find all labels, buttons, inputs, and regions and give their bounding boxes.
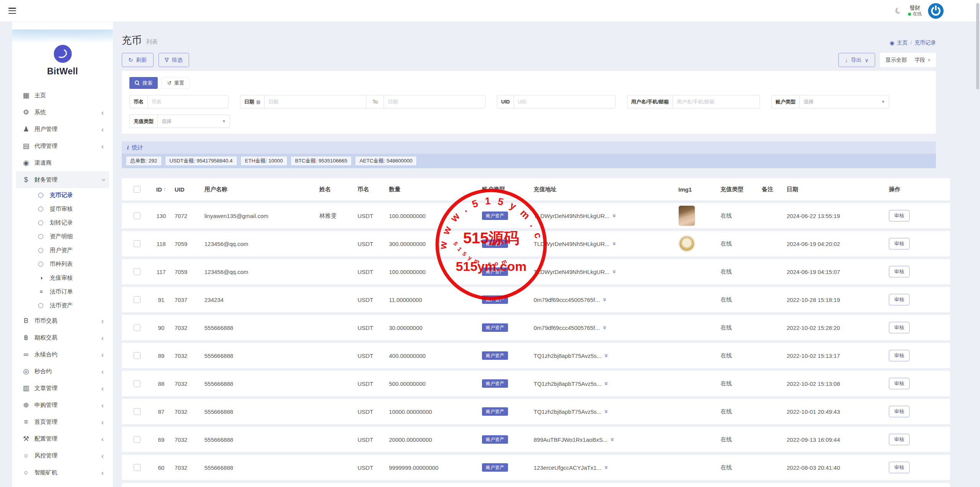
date-to-input[interactable] (384, 95, 485, 108)
sidebar-item-1[interactable]: ⚙系统‹ (12, 104, 113, 121)
address-expand-icon[interactable]: » (601, 326, 608, 329)
sidebar-item-label: 文章管理 (34, 385, 57, 392)
review-button[interactable]: 审核 (889, 294, 910, 305)
sidebar-subitem-10[interactable]: 用户资产 (12, 243, 113, 257)
address-expand-icon[interactable]: » (611, 214, 618, 217)
review-button[interactable]: 审核 (889, 210, 910, 221)
sidebar-item-15[interactable]: B币币交易‹ (12, 312, 113, 329)
dark-mode-icon[interactable]: ☾ (893, 5, 903, 16)
sidebar-item-24[interactable]: ○智能矿机‹ (12, 464, 113, 481)
row-checkbox[interactable] (134, 324, 140, 331)
account-type-badge: 账户资产 (482, 435, 508, 444)
account-type-select[interactable]: 选择 ▼ (799, 95, 889, 108)
address-expand-icon[interactable]: » (603, 354, 610, 357)
refresh-button[interactable]: ↻ 刷新 (122, 53, 154, 67)
receipt-photo-thumbnail[interactable] (678, 205, 695, 226)
avatar[interactable] (928, 3, 944, 19)
page-scrollbar[interactable] (976, 3, 979, 89)
sidebar-subitem-14[interactable]: 法币资产 (12, 298, 113, 312)
recharge-type-filter-group: 充值类型 选择 ▼ (129, 115, 230, 128)
user-input[interactable] (673, 95, 760, 108)
row-checkbox[interactable] (134, 464, 140, 471)
cell-value-coin: USDT (358, 269, 373, 275)
cell-action: 审核 (889, 322, 937, 333)
date-from-input[interactable] (264, 95, 366, 108)
row-checkbox[interactable] (134, 380, 140, 387)
sidebar-subitem-11[interactable]: 币种列表 (12, 257, 113, 271)
breadcrumb-home[interactable]: 主页 (897, 39, 908, 46)
table-row: 877032555666888USDT10000.00000000账户资产TQ1… (122, 399, 950, 424)
address-expand-icon[interactable]: » (603, 410, 610, 413)
circle-icon (38, 303, 43, 308)
user-circle-icon: ◉ (21, 159, 31, 167)
sidebar-item-16[interactable]: ฿期权交易‹ (12, 329, 113, 346)
reset-button[interactable]: ↺ 重置 (162, 77, 190, 89)
select-all-checkbox[interactable] (134, 186, 140, 193)
sidebar-item-22[interactable]: ⚒配置管理‹ (12, 430, 113, 447)
cell-value-coin: USDT (358, 325, 373, 331)
row-checkbox[interactable] (134, 268, 140, 275)
header-cell-id[interactable]: ID↑ (148, 186, 175, 193)
header-cell-remark: 备注 (762, 186, 787, 193)
receipt-coin-thumbnail[interactable] (678, 235, 695, 252)
sidebar-item-18[interactable]: ◎秒合约‹ (12, 363, 113, 380)
sidebar-subitem-6[interactable]: 充币记录 (12, 188, 113, 202)
address-expand-icon[interactable]: » (611, 270, 618, 273)
uid-input[interactable] (514, 95, 616, 108)
row-checkbox[interactable] (134, 296, 140, 303)
review-button[interactable]: 审核 (889, 378, 910, 389)
address-expand-icon[interactable]: » (609, 438, 616, 441)
sidebar-item-3[interactable]: ▤代理管理‹ (12, 138, 113, 154)
sidebar-subitem-13[interactable]: ≡法币订单 (12, 285, 113, 298)
review-button[interactable]: 审核 (889, 462, 910, 473)
review-button[interactable]: 审核 (889, 238, 910, 249)
review-button[interactable]: 审核 (889, 322, 910, 333)
row-checkbox[interactable] (134, 436, 140, 443)
cell-username: 555666888 (204, 436, 319, 443)
row-checkbox[interactable] (134, 240, 140, 247)
sidebar-subitem-12[interactable]: ◑充值审核 (12, 271, 113, 285)
circle-icon (38, 193, 43, 198)
sidebar-item-17[interactable]: ∞永续合约‹ (12, 346, 113, 363)
address-expand-icon[interactable]: » (601, 298, 608, 301)
export-button[interactable]: ↓ 导出 ∨ (838, 53, 875, 67)
address-expand-icon[interactable]: » (611, 242, 618, 245)
fields-dropdown[interactable]: 显示全部 字段 ∨ (880, 53, 936, 67)
review-button[interactable]: 审核 (889, 350, 910, 361)
menu-toggle-icon[interactable] (8, 8, 16, 14)
review-button[interactable]: 审核 (889, 406, 910, 417)
sidebar-item-0[interactable]: ▦主页 (12, 87, 113, 104)
sidebar-item-4[interactable]: ◉渠道商 (12, 154, 113, 171)
row-checkbox[interactable] (134, 352, 140, 359)
sidebar-item-23[interactable]: ○风控管理‹ (12, 447, 113, 464)
sidebar-item-19[interactable]: ▥文章管理‹ (12, 380, 113, 397)
caret-down-icon: ▼ (881, 100, 885, 104)
coin-input[interactable] (147, 95, 229, 108)
cell-img (678, 235, 720, 252)
sidebar-item-21[interactable]: ≡首页管理‹ (12, 413, 113, 430)
sidebar-subitem-9[interactable]: 资产明细 (12, 230, 113, 243)
search-button[interactable]: 搜索 (129, 77, 158, 89)
recharge-type-select[interactable]: 选择 ▼ (157, 115, 230, 128)
deposit-address: TLDWyrDeN49Nh5HLkgUR... (534, 213, 609, 219)
filter-button[interactable]: ∇ 筛选 (158, 53, 189, 67)
row-checkbox[interactable] (134, 408, 140, 415)
sidebar-subitem-7[interactable]: 提币审核 (12, 202, 113, 216)
address-expand-icon[interactable]: » (603, 382, 610, 385)
sidebar-item-20[interactable]: ⊕申购管理‹ (12, 397, 113, 413)
main-content: 充币 列表 ◉ 主页 / 充币记录 ↻ 刷新 ∇ 筛选 ↓ 导出 ∨ (122, 22, 950, 487)
review-button[interactable]: 审核 (889, 266, 910, 277)
user-info[interactable]: 發財 在线 (908, 5, 922, 17)
row-checkbox[interactable] (134, 212, 140, 219)
sort-asc-icon[interactable]: ↑ (163, 186, 166, 192)
sidebar-item-5[interactable]: $财务管理‹ (16, 171, 109, 188)
deposit-address: 0m79df69ccc45005765f... (534, 297, 600, 303)
brand-logo-icon (54, 45, 72, 63)
address-expand-icon[interactable]: » (602, 466, 610, 469)
cell-amount: 300.00000000 (389, 241, 482, 247)
cell-value-uid: 7032 (175, 464, 187, 471)
sidebar-item-2[interactable]: ♟用户管理‹ (12, 121, 113, 138)
sidebar-subitem-8[interactable]: 划转记录 (12, 216, 113, 230)
cell-id: 118 (148, 241, 175, 247)
review-button[interactable]: 审核 (889, 434, 910, 445)
